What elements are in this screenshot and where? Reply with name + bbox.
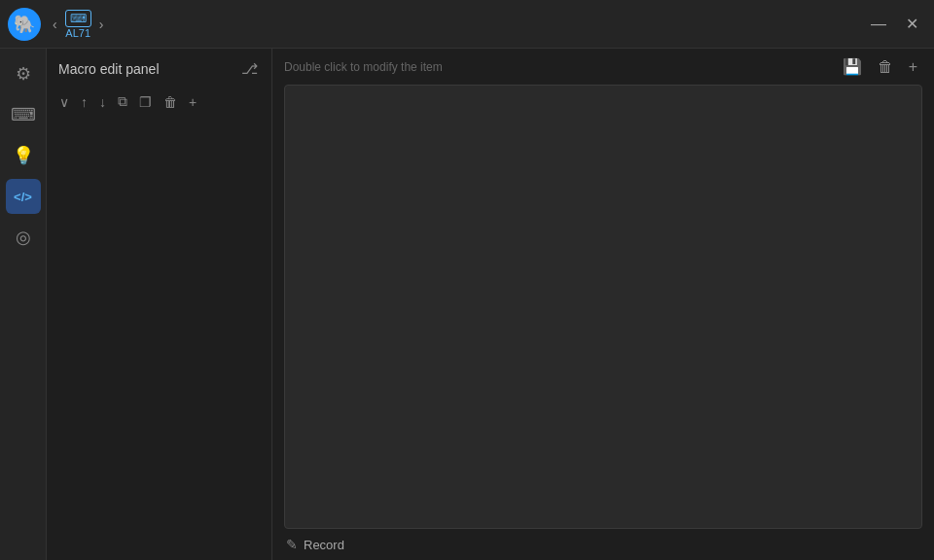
nav-next-button[interactable]: › bbox=[95, 16, 108, 33]
panel-toolbar: ∨ ↑ ↓ ⧉ ❐ 🗑 + bbox=[47, 86, 271, 118]
save-content-button[interactable]: 💾 bbox=[838, 54, 867, 79]
save-icon: 💾 bbox=[843, 58, 862, 75]
upload-button[interactable]: ↑ bbox=[76, 90, 92, 114]
content-hint: Double click to modify the item bbox=[284, 60, 443, 74]
content-toolbar: 💾 🗑 + bbox=[838, 54, 922, 79]
record-bar: ✎ Record bbox=[272, 529, 934, 560]
add-icon: + bbox=[909, 58, 917, 75]
tab-label-wrapper: ⌨ AL71 bbox=[65, 10, 91, 39]
panel-title: Macro edit panel bbox=[58, 61, 160, 77]
share-button[interactable]: ⎇ bbox=[239, 58, 260, 80]
panel-area: Macro edit panel ⎇ ∨ ↑ ↓ ⧉ ❐ 🗑 bbox=[47, 49, 272, 560]
keyboard-icon: ⌨ bbox=[11, 104, 36, 125]
titlebar: 🐘 ‹ ⌨ AL71 › — ✕ bbox=[0, 0, 934, 49]
delete-panel-button[interactable]: 🗑 bbox=[159, 90, 182, 114]
sidebar-item-keyboard[interactable]: ⌨ bbox=[6, 97, 41, 132]
close-button[interactable]: ✕ bbox=[898, 11, 926, 37]
tab-keyboard-icon: ⌨ bbox=[65, 10, 91, 27]
main-layout: ⚙ ⌨ 💡 </> ◎ Macro edit panel ⎇ ∨ ↑ bbox=[0, 49, 934, 560]
duplicate-icon: ❐ bbox=[139, 94, 152, 110]
sidebar-item-lightbulb[interactable]: 💡 bbox=[6, 138, 41, 173]
code-icon: </> bbox=[14, 190, 32, 204]
sidebar-item-speedometer[interactable]: ◎ bbox=[6, 220, 41, 255]
delete-icon: 🗑 bbox=[878, 58, 893, 75]
share-icon: ⎇ bbox=[241, 60, 258, 77]
panel-header: Macro edit panel ⎇ bbox=[47, 49, 271, 86]
content-header: Double click to modify the item 💾 🗑 + bbox=[272, 49, 934, 85]
expand-icon: ∨ bbox=[59, 94, 69, 110]
editor-canvas bbox=[284, 85, 922, 529]
copy-button[interactable]: ⧉ bbox=[113, 89, 132, 114]
minimize-button[interactable]: — bbox=[863, 12, 894, 37]
sliders-icon: ⚙ bbox=[16, 63, 31, 85]
nav-prev-button[interactable]: ‹ bbox=[49, 16, 61, 33]
download-icon: ↓ bbox=[99, 94, 106, 110]
titlebar-right: — ✕ bbox=[863, 11, 926, 37]
app-logo: 🐘 bbox=[8, 8, 41, 41]
plus-icon: + bbox=[189, 94, 197, 110]
add-panel-button[interactable]: + bbox=[184, 90, 201, 114]
download-button[interactable]: ↓ bbox=[94, 90, 111, 114]
expand-button[interactable]: ∨ bbox=[54, 90, 74, 114]
speedometer-icon: ◎ bbox=[16, 227, 31, 248]
lightbulb-icon: 💡 bbox=[13, 145, 34, 166]
sidebar-item-sliders[interactable]: ⚙ bbox=[6, 56, 41, 91]
titlebar-left: 🐘 ‹ ⌨ AL71 › bbox=[8, 8, 107, 41]
record-icon: ✎ bbox=[286, 537, 298, 552]
nav-arrows: ‹ ⌨ AL71 › bbox=[49, 10, 107, 39]
copy-icon: ⧉ bbox=[118, 93, 127, 109]
content-area: Double click to modify the item 💾 🗑 + ✎ … bbox=[272, 49, 934, 560]
trash-icon: 🗑 bbox=[163, 94, 177, 110]
sidebar-item-code[interactable]: </> bbox=[6, 179, 41, 214]
duplicate-button[interactable]: ❐ bbox=[134, 90, 157, 114]
record-button[interactable]: Record bbox=[304, 538, 344, 552]
tab-name-label[interactable]: AL71 bbox=[65, 27, 90, 39]
sidebar: ⚙ ⌨ 💡 </> ◎ bbox=[0, 49, 47, 560]
add-content-button[interactable]: + bbox=[904, 55, 922, 79]
upload-icon: ↑ bbox=[81, 94, 88, 110]
delete-content-button[interactable]: 🗑 bbox=[873, 55, 898, 79]
titlebar-nav: ‹ ⌨ AL71 › bbox=[49, 10, 107, 39]
